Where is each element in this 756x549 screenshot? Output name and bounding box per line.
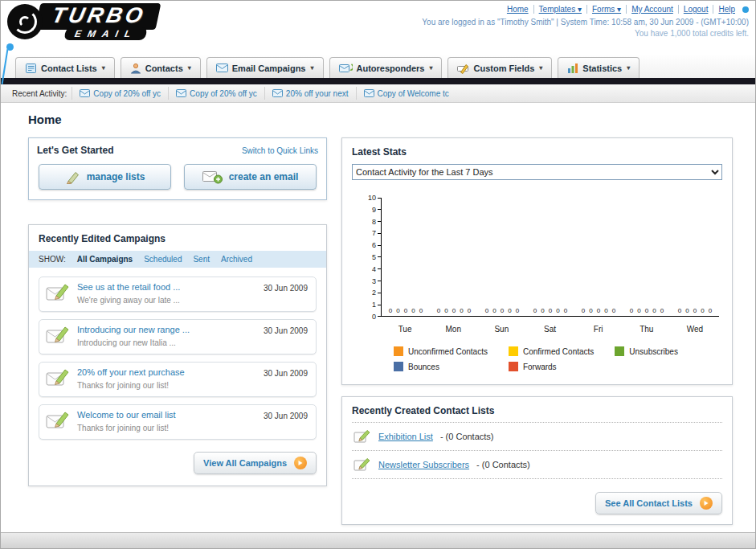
y-axis-tick: 7: [363, 229, 381, 237]
recent-activity-item[interactable]: Copy of Welcome tc: [356, 87, 456, 100]
chevron-down-icon: ▾: [102, 64, 105, 72]
filter-archived[interactable]: Archived: [221, 255, 252, 264]
legend-swatch: [509, 346, 518, 356]
chart-value-label: 0: [597, 307, 600, 314]
envelope-icon: [176, 89, 186, 97]
chart-value-label: 0: [485, 307, 488, 314]
campaign-row[interactable]: See us at the retail food ... We're givi…: [39, 277, 317, 312]
legend-label: Forwards: [523, 363, 557, 371]
tab-email-campaigns[interactable]: Email Campaigns ▾: [206, 57, 324, 78]
chart-value-label: 0: [541, 307, 544, 314]
campaign-title-link[interactable]: Introducing our new range ...: [77, 325, 257, 334]
contact-list-link[interactable]: Exhibition List: [378, 432, 433, 441]
legend-item: Bounces: [394, 362, 488, 371]
campaign-row[interactable]: 20% off your next purchase Thanks for jo…: [39, 362, 317, 397]
legend-swatch: [394, 362, 403, 371]
recent-contact-lists-title: Recently Created Contact Lists: [352, 405, 722, 416]
campaign-row[interactable]: Introducing our new range ... Introducin…: [39, 319, 317, 354]
recent-activity-link[interactable]: Copy of 20% off yc: [93, 89, 161, 98]
manage-lists-button[interactable]: manage lists: [39, 164, 171, 190]
contact-list-link[interactable]: Newsletter Subscribers: [378, 460, 469, 469]
latest-stats-title: Latest Stats: [352, 146, 722, 158]
campaign-title-link[interactable]: Welcome to our email list: [77, 410, 257, 420]
chart-value-label: 0: [652, 307, 656, 314]
create-email-button[interactable]: create an email: [184, 164, 317, 190]
switch-quick-links[interactable]: Switch to Quick Links: [242, 146, 318, 155]
chart-value-label: 0: [444, 307, 447, 314]
utility-nav-link[interactable]: My Account: [626, 5, 678, 14]
utility-nav-link[interactable]: Help: [713, 5, 740, 14]
left-column: Let's Get Started Switch to Quick Links …: [28, 137, 327, 486]
tab-autoresponders[interactable]: Autoresponders ▾: [329, 57, 443, 78]
recent-activity-link[interactable]: 20% off your next: [286, 89, 349, 98]
main-content: Home Let's Get Started Switch to Quick L…: [1, 103, 755, 532]
chart-value-label: 0: [589, 307, 592, 314]
recent-activity-link[interactable]: Copy of 20% off yc: [190, 89, 257, 98]
campaign-title-link[interactable]: See us at the retail food ...: [77, 282, 257, 292]
filter-sent[interactable]: Sent: [193, 255, 210, 264]
tab-statistics[interactable]: Statistics ▾: [558, 57, 640, 78]
tab-label: Contacts: [145, 64, 183, 73]
nav-divider-bar: [1, 78, 755, 84]
recent-activity-item[interactable]: Copy of 20% off yc: [168, 87, 264, 100]
y-axis-tick: 1: [363, 301, 381, 309]
campaign-title-link[interactable]: 20% off your next purchase: [77, 367, 257, 377]
page-bottom-strip: [1, 532, 755, 548]
x-axis-label: Sat: [525, 321, 574, 334]
tab-label: Contact Lists: [41, 64, 97, 73]
campaign-row[interactable]: Welcome to our email list Thanks for joi…: [39, 404, 317, 440]
top-header: TURBO EMAIL Home Templates ▾ Forms ▾ My …: [1, 1, 755, 54]
x-axis-label: Wed: [671, 321, 719, 334]
chart-value-label: 0: [437, 307, 440, 314]
chart-legend: Unconfirmed Contacts Confirmed Contacts …: [394, 346, 678, 371]
chart-value-label: 0: [492, 307, 496, 314]
utility-nav-link[interactable]: Templates ▾: [533, 5, 586, 14]
chart-value-label: 0: [612, 307, 615, 314]
view-all-campaigns-button[interactable]: View All Campaigns: [194, 452, 317, 474]
recent-activity-item[interactable]: 20% off your next: [264, 87, 356, 100]
filter-scheduled[interactable]: Scheduled: [144, 255, 182, 264]
chart-value-group: 00000: [526, 307, 574, 314]
recent-activity-item[interactable]: Copy of 20% off yc: [72, 87, 168, 100]
recent-campaigns-title: Recently Edited Campaigns: [29, 225, 326, 251]
chart-value-label: 0: [678, 307, 681, 314]
recent-contact-lists-panel: Recently Created Contact Lists Exhibitio…: [341, 396, 733, 525]
y-axis-tick: 3: [363, 277, 381, 285]
tab-custom-fields[interactable]: Custom Fields ▾: [447, 57, 552, 78]
campaign-text: Welcome to our email list Thanks for joi…: [77, 410, 257, 434]
campaign-filter-bar: SHOW: All Campaigns Scheduled Sent Archi…: [29, 251, 326, 268]
chart-value-label: 0: [419, 307, 423, 314]
utility-nav-link[interactable]: Forms ▾: [586, 5, 626, 14]
stats-activity-select[interactable]: Contact Activity for the Last 7 Days: [352, 164, 722, 180]
main-nav: Contact Lists ▾ Contacts ▾ Email Campaig…: [1, 54, 755, 78]
filter-all-campaigns[interactable]: All Campaigns: [77, 255, 133, 264]
campaign-subtitle: We're giving away our late ...: [77, 296, 180, 305]
get-started-panel: Let's Get Started Switch to Quick Links …: [28, 137, 327, 200]
logo-speedometer-icon: [7, 4, 43, 39]
legend-label: Unsubscribes: [629, 347, 678, 356]
contact-list-item[interactable]: Exhibition List - (0 Contacts): [352, 423, 722, 451]
recent-activity-link[interactable]: Copy of Welcome tc: [378, 89, 449, 98]
list-pencil-icon: [353, 457, 371, 472]
campaign-text: Introducing our new range ... Introducin…: [77, 325, 257, 349]
logo-line-email: EMAIL: [63, 27, 148, 40]
utility-nav-link[interactable]: Home: [502, 5, 533, 14]
see-all-contact-lists-button[interactable]: See All Contact Lists: [595, 492, 722, 514]
contact-list-item[interactable]: Newsletter Subscribers - (0 Contacts): [352, 451, 722, 479]
tab-contacts[interactable]: Contacts ▾: [121, 57, 201, 78]
envelope-icon: [364, 89, 374, 97]
chart-value-group: 00000: [574, 307, 623, 314]
chart-value-label: 0: [645, 307, 648, 314]
y-axis-tick: 5: [363, 253, 381, 261]
chart-value-group: 00000: [430, 307, 478, 314]
get-started-title: Let's Get Started: [37, 145, 114, 156]
campaign-text: See us at the retail food ... We're givi…: [77, 282, 257, 306]
tab-contact-lists[interactable]: Contact Lists ▾: [15, 57, 115, 78]
recent-activity-bar: Recent Activity: Copy of 20% off yc Copy…: [1, 84, 755, 103]
envelope-icon: [272, 89, 283, 97]
utility-nav-link[interactable]: Logout: [678, 5, 713, 14]
credits-info: You have 1,000 total credits left.: [422, 29, 749, 38]
chevron-down-icon: ▾: [188, 64, 191, 72]
utility-nav: Home Templates ▾ Forms ▾ My Account Logo…: [422, 5, 749, 14]
chart-value-label: 0: [533, 307, 537, 314]
